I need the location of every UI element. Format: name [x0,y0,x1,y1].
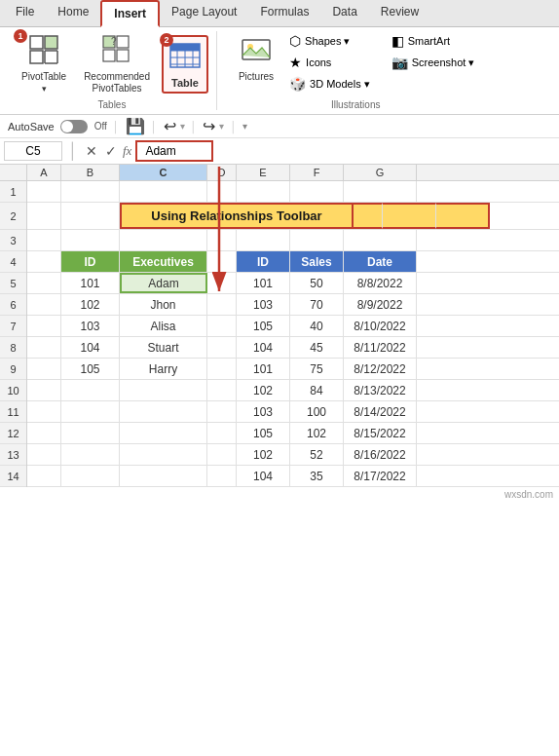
tab-pagelayout[interactable]: Page Layout [160,0,248,26]
smartart-button[interactable]: ◧ SmartArt [388,31,479,51]
cell-b2[interactable] [61,203,120,229]
cell-b3[interactable] [61,230,120,250]
cell-a10[interactable] [27,380,61,400]
cancel-formula-icon[interactable]: ✕ [86,143,97,159]
cell-g4-header[interactable]: Date [344,251,417,272]
cell-g3[interactable] [344,230,417,250]
cell-c14[interactable] [120,466,207,486]
cell-e11[interactable]: 103 [237,401,290,422]
cell-f9[interactable]: 75 [290,359,344,379]
cell-a3[interactable] [27,230,61,250]
cell-c8[interactable]: Stuart [120,337,207,358]
cell-a11[interactable] [27,401,61,422]
cell-e5[interactable]: 101 [237,273,290,293]
save-icon[interactable]: 💾 [126,117,145,135]
cell-f5[interactable]: 50 [290,273,344,293]
cell-g2[interactable] [490,203,559,229]
cell-f14[interactable]: 35 [290,466,344,486]
col-header-e[interactable]: E [237,165,290,180]
cell-b12[interactable] [61,423,120,443]
tab-data[interactable]: Data [320,0,368,26]
cell-c6[interactable]: Jhon [120,294,207,315]
cell-g8[interactable]: 8/11/2022 [344,337,417,358]
autosave-toggle[interactable] [60,120,88,133]
cell-e13[interactable]: 102 [237,444,290,465]
cell-a6[interactable] [27,294,61,315]
customize-btn[interactable]: ▾ [242,121,247,132]
recommended-pivottables-button[interactable]: ? RecommendedPivotTables [78,31,156,97]
cell-a14[interactable] [27,466,61,486]
cell-a8[interactable] [27,337,61,358]
cell-f2[interactable] [436,203,490,229]
cell-d8[interactable] [207,337,237,358]
cell-d5[interactable] [207,273,237,293]
cell-c1[interactable] [120,181,207,202]
cell-a1[interactable] [27,181,61,202]
cell-g9[interactable]: 8/12/2022 [344,359,417,379]
cell-f7[interactable]: 40 [290,316,344,336]
cell-d11[interactable] [207,401,237,422]
col-header-g[interactable]: G [344,165,417,180]
cell-a13[interactable] [27,444,61,465]
cell-g6[interactable]: 8/9/2022 [344,294,417,315]
cell-c10[interactable] [120,380,207,400]
cell-b10[interactable] [61,380,120,400]
cell-d4[interactable] [207,251,237,272]
cell-g1[interactable] [344,181,417,202]
icons-button[interactable]: ★ Icons [285,53,374,72]
screenshot-button[interactable]: 📷 Screenshot ▾ [388,53,479,72]
cell-d7[interactable] [207,316,237,336]
col-header-a[interactable]: A [27,165,61,180]
cell-e10[interactable]: 102 [237,380,290,400]
cell-a9[interactable] [27,359,61,379]
cell-f12[interactable]: 102 [290,423,344,443]
cell-d1[interactable] [207,181,237,202]
cell-b4-header[interactable]: ID [61,251,120,272]
cell-e9[interactable]: 101 [237,359,290,379]
cell-g11[interactable]: 8/14/2022 [344,401,417,422]
fx-button[interactable]: fx [123,143,131,159]
cell-e8[interactable]: 104 [237,337,290,358]
cell-e6[interactable]: 103 [237,294,290,315]
redo-icon[interactable]: ↪ [203,117,215,135]
cell-e2[interactable] [383,203,436,229]
cell-a5[interactable] [27,273,61,293]
cell-g5[interactable]: 8/8/2022 [344,273,417,293]
3dmodels-button[interactable]: 🎲 3D Models ▾ [285,74,374,94]
tab-file[interactable]: File [4,0,46,26]
cell-f4-header[interactable]: Sales [290,251,344,272]
col-header-f[interactable]: F [290,165,344,180]
cell-e7[interactable]: 105 [237,316,290,336]
cell-reference-box[interactable]: C5 [4,141,62,161]
cell-c5-selected[interactable]: Adam [120,273,207,293]
formula-value[interactable]: Adam [135,140,213,162]
cell-f8[interactable]: 45 [290,337,344,358]
col-header-c[interactable]: C [120,165,207,180]
cell-g7[interactable]: 8/10/2022 [344,316,417,336]
cell-b8[interactable]: 104 [61,337,120,358]
tab-home[interactable]: Home [46,0,100,26]
cell-c13[interactable] [120,444,207,465]
cell-g12[interactable]: 8/15/2022 [344,423,417,443]
cell-d3[interactable] [207,230,237,250]
col-header-d[interactable]: D [207,165,237,180]
cell-b6[interactable]: 102 [61,294,120,315]
tab-insert[interactable]: Insert [100,0,160,27]
tab-formulas[interactable]: Formulas [248,0,320,26]
pivot-table-button[interactable]: 1 PivotTable▾ [16,31,72,97]
table-button[interactable]: 2 Table [162,35,208,94]
cell-c9[interactable]: Harry [120,359,207,379]
cell-e1[interactable] [237,181,290,202]
cell-f11[interactable]: 100 [290,401,344,422]
col-header-b[interactable]: B [61,165,120,180]
cell-d6[interactable] [207,294,237,315]
cell-g13[interactable]: 8/16/2022 [344,444,417,465]
cell-g14[interactable]: 8/17/2022 [344,466,417,486]
cell-f10[interactable]: 84 [290,380,344,400]
cell-a4[interactable] [27,251,61,272]
cell-c2-title[interactable]: Using Relationships Toolbar [120,203,354,229]
cell-d2[interactable] [354,203,383,229]
cell-b9[interactable]: 105 [61,359,120,379]
cell-d10[interactable] [207,380,237,400]
cell-c12[interactable] [120,423,207,443]
